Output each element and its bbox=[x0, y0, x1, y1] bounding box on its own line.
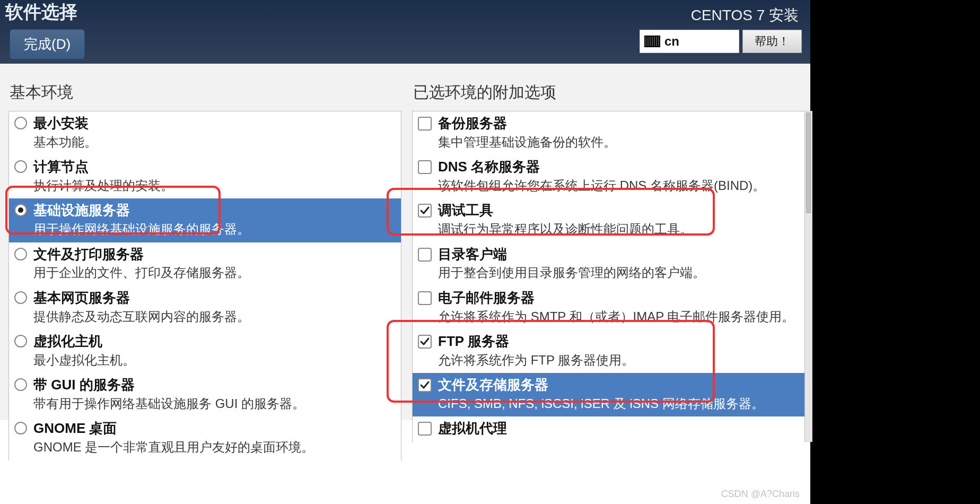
env-option[interactable]: 计算节点执行计算及处理的安装。 bbox=[9, 155, 401, 198]
done-button[interactable]: 完成(D) bbox=[10, 29, 85, 59]
option-desc: 用于企业的文件、打印及存储服务器。 bbox=[33, 264, 396, 281]
option-text: 虚拟机代理 bbox=[438, 420, 799, 438]
option-text: 文件及存储服务器CIFS, SMB, NFS, iSCSI, iSER 及 iS… bbox=[438, 376, 799, 412]
checkbox-icon bbox=[418, 204, 432, 218]
option-desc: 执行计算及处理的安装。 bbox=[33, 177, 396, 194]
option-desc: 用于操作网络基础设施服务的服务器。 bbox=[33, 221, 396, 238]
addon-option[interactable]: 电子邮件服务器允许将系统作为 SMTP 和（或者）IMAP 电子邮件服务器使用。 bbox=[413, 286, 804, 329]
topbar: 软件选择 完成(D) CENTOS 7 安装 cn 帮助！ bbox=[0, 0, 810, 64]
checkbox-icon bbox=[418, 422, 432, 436]
option-title: DNS 名称服务器 bbox=[438, 158, 799, 176]
watermark: CSDN @A?Charis bbox=[721, 489, 800, 500]
option-text: 调试工具调试行为异常程序以及诊断性能问题的工具。 bbox=[438, 202, 799, 238]
addons-list: 备份服务器集中管理基础设施备份的软件。DNS 名称服务器该软件包组允许您在系统上… bbox=[412, 111, 805, 442]
option-desc: 带有用于操作网络基础设施服务 GUI 的服务器。 bbox=[33, 395, 396, 412]
option-text: 虚拟化主机最小虚拟化主机。 bbox=[33, 333, 396, 369]
option-text: 文件及打印服务器用于企业的文件、打印及存储服务器。 bbox=[33, 246, 396, 282]
option-title: 文件及打印服务器 bbox=[33, 246, 396, 264]
option-text: 最小安装基本功能。 bbox=[33, 115, 396, 151]
env-option[interactable]: 最小安装基本功能。 bbox=[9, 111, 401, 155]
option-title: 虚拟机代理 bbox=[438, 420, 799, 438]
base-environment-list: 最小安装基本功能。计算节点执行计算及处理的安装。基础设施服务器用于操作网络基础设… bbox=[8, 111, 401, 460]
radio-icon bbox=[14, 335, 27, 347]
option-text: DNS 名称服务器该软件包组允许您在系统上运行 DNS 名称服务器(BIND)。 bbox=[438, 158, 799, 194]
option-title: 带 GUI 的服务器 bbox=[33, 376, 396, 394]
checkbox-icon bbox=[418, 291, 432, 305]
option-text: GNOME 桌面GNOME 是一个非常直观且用户友好的桌面环境。 bbox=[33, 420, 396, 456]
option-title: GNOME 桌面 bbox=[33, 420, 396, 438]
option-title: 调试工具 bbox=[438, 202, 799, 220]
option-desc: 允许将系统作为 FTP 服务器使用。 bbox=[438, 352, 799, 369]
option-text: 目录客户端用于整合到使用目录服务管理的网络的客户端。 bbox=[438, 246, 799, 282]
radio-icon bbox=[14, 378, 27, 391]
option-title: FTP 服务器 bbox=[438, 333, 799, 351]
option-text: 计算节点执行计算及处理的安装。 bbox=[33, 158, 396, 194]
radio-icon bbox=[14, 160, 27, 173]
option-text: 基础设施服务器用于操作网络基础设施服务的服务器。 bbox=[33, 202, 396, 238]
addon-option[interactable]: 调试工具调试行为异常程序以及诊断性能问题的工具。 bbox=[413, 198, 804, 242]
base-environment-column: 基本环境 最小安装基本功能。计算节点执行计算及处理的安装。基础设施服务器用于操作… bbox=[8, 82, 401, 420]
keyboard-layout-indicator[interactable]: cn bbox=[640, 30, 739, 53]
option-text: 电子邮件服务器允许将系统作为 SMTP 和（或者）IMAP 电子邮件服务器使用。 bbox=[438, 289, 799, 325]
checkbox-icon bbox=[418, 160, 432, 174]
option-title: 基础设施服务器 bbox=[33, 202, 396, 220]
option-desc: 最小虚拟化主机。 bbox=[33, 352, 396, 369]
option-text: 带 GUI 的服务器带有用于操作网络基础设施服务 GUI 的服务器。 bbox=[33, 376, 396, 412]
page-title: 软件选择 bbox=[5, 0, 77, 24]
addons-column: 已选环境的附加选项 备份服务器集中管理基础设施备份的软件。DNS 名称服务器该软… bbox=[412, 82, 805, 420]
option-desc: 调试行为异常程序以及诊断性能问题的工具。 bbox=[438, 221, 799, 238]
help-button[interactable]: 帮助！ bbox=[742, 30, 802, 53]
checkbox-icon bbox=[418, 117, 432, 131]
addons-scrollbar[interactable] bbox=[805, 111, 812, 442]
option-title: 电子邮件服务器 bbox=[438, 289, 799, 307]
radio-icon bbox=[14, 117, 27, 129]
option-desc: 用于整合到使用目录服务管理的网络的客户端。 bbox=[438, 264, 799, 281]
option-title: 目录客户端 bbox=[438, 246, 799, 264]
option-desc: GNOME 是一个非常直观且用户友好的桌面环境。 bbox=[33, 439, 396, 456]
black-border-right bbox=[810, 0, 980, 504]
addon-option[interactable]: 备份服务器集中管理基础设施备份的软件。 bbox=[413, 111, 804, 155]
addons-heading: 已选环境的附加选项 bbox=[413, 82, 805, 103]
option-desc: 允许将系统作为 SMTP 和（或者）IMAP 电子邮件服务器使用。 bbox=[438, 308, 799, 325]
env-option[interactable]: GNOME 桌面GNOME 是一个非常直观且用户友好的桌面环境。 bbox=[9, 416, 401, 460]
option-text: 基本网页服务器提供静态及动态互联网内容的服务器。 bbox=[33, 289, 396, 325]
option-desc: 提供静态及动态互联网内容的服务器。 bbox=[33, 308, 396, 325]
installer-label: CENTOS 7 安装 bbox=[691, 5, 799, 25]
option-desc: 基本功能。 bbox=[33, 134, 396, 151]
option-title: 文件及存储服务器 bbox=[438, 376, 799, 394]
option-title: 最小安装 bbox=[33, 115, 396, 133]
checkbox-icon bbox=[418, 378, 432, 392]
keyboard-icon bbox=[644, 36, 660, 47]
checkbox-icon bbox=[418, 248, 432, 262]
addon-option[interactable]: DNS 名称服务器该软件包组允许您在系统上运行 DNS 名称服务器(BIND)。 bbox=[413, 155, 804, 198]
content-area: 基本环境 最小安装基本功能。计算节点执行计算及处理的安装。基础设施服务器用于操作… bbox=[0, 64, 810, 420]
option-title: 计算节点 bbox=[33, 158, 396, 176]
radio-icon bbox=[14, 204, 27, 216]
option-text: FTP 服务器允许将系统作为 FTP 服务器使用。 bbox=[438, 333, 799, 369]
installer-window: 软件选择 完成(D) CENTOS 7 安装 cn 帮助！ 基本环境 最小安装基… bbox=[0, 0, 810, 420]
keyboard-layout-text: cn bbox=[664, 34, 679, 49]
option-title: 虚拟化主机 bbox=[33, 333, 396, 351]
addon-option[interactable]: 文件及存储服务器CIFS, SMB, NFS, iSCSI, iSER 及 iS… bbox=[413, 373, 804, 416]
radio-icon bbox=[14, 248, 27, 260]
radio-icon bbox=[14, 422, 27, 435]
addon-option[interactable]: 虚拟机代理 bbox=[413, 416, 804, 442]
env-option[interactable]: 文件及打印服务器用于企业的文件、打印及存储服务器。 bbox=[9, 242, 401, 286]
addon-option[interactable]: FTP 服务器允许将系统作为 FTP 服务器使用。 bbox=[413, 329, 804, 373]
env-option[interactable]: 基础设施服务器用于操作网络基础设施服务的服务器。 bbox=[9, 198, 401, 242]
env-option[interactable]: 虚拟化主机最小虚拟化主机。 bbox=[9, 329, 401, 373]
option-title: 基本网页服务器 bbox=[33, 289, 396, 307]
option-title: 备份服务器 bbox=[438, 115, 799, 133]
option-desc: CIFS, SMB, NFS, iSCSI, iSER 及 iSNS 网络存储服… bbox=[438, 395, 799, 412]
addon-option[interactable]: 目录客户端用于整合到使用目录服务管理的网络的客户端。 bbox=[413, 242, 804, 286]
scrollbar-thumb[interactable] bbox=[806, 112, 811, 213]
env-option[interactable]: 带 GUI 的服务器带有用于操作网络基础设施服务 GUI 的服务器。 bbox=[9, 373, 401, 416]
env-option[interactable]: 基本网页服务器提供静态及动态互联网内容的服务器。 bbox=[9, 286, 401, 329]
checkbox-icon bbox=[418, 335, 432, 349]
option-desc: 该软件包组允许您在系统上运行 DNS 名称服务器(BIND)。 bbox=[438, 177, 799, 194]
radio-icon bbox=[14, 291, 27, 304]
option-desc: 集中管理基础设施备份的软件。 bbox=[438, 134, 799, 151]
base-environment-heading: 基本环境 bbox=[10, 82, 401, 103]
option-text: 备份服务器集中管理基础设施备份的软件。 bbox=[438, 115, 799, 151]
